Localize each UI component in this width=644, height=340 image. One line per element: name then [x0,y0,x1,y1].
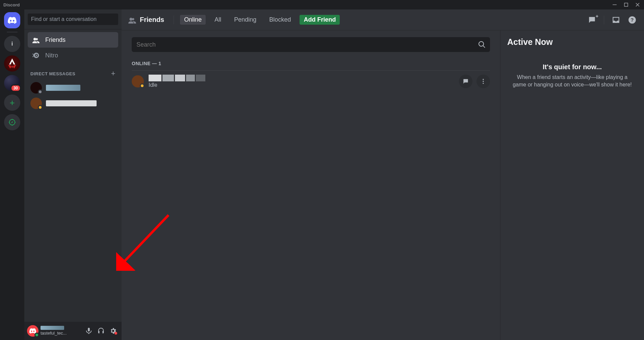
status-offline-icon [38,89,43,94]
nitro-icon [32,51,40,59]
mute-button[interactable] [83,325,95,337]
add-server-button[interactable]: + [4,95,20,111]
main-header: Friends Online All Pending Blocked Add F… [122,9,644,30]
sidebar-item-label: Friends [45,36,66,44]
server-rail: i 30 + [0,9,24,340]
discord-logo-icon [7,16,17,25]
dm-sidebar: Find or start a conversation Friends Nit… [24,9,122,340]
friends-icon [32,36,40,44]
info-icon: i [11,41,13,47]
create-dm-button[interactable]: + [111,69,115,78]
friend-row[interactable]: Idle [132,71,490,93]
more-vertical-icon [480,78,487,85]
window-minimize-button[interactable] [610,1,619,8]
compass-icon [8,119,16,126]
friends-icon [128,16,136,24]
plus-icon: + [9,98,15,108]
main-pane: Friends Online All Pending Blocked Add F… [122,9,644,340]
friends-list-pane: ONLINE — 1 Idle [122,30,500,340]
dm-name-redacted [46,100,97,106]
explore-servers-button[interactable] [4,114,20,130]
active-now-panel: Active Now It's quiet for now... When a … [500,30,644,340]
add-friend-button[interactable]: Add Friend [300,15,340,25]
dm-header-label: DIRECT MESSAGES [30,71,75,76]
dm-name-redacted [46,85,80,91]
tab-online[interactable]: Online [180,15,206,25]
sidebar-item-nitro[interactable]: Nitro [28,48,118,63]
new-group-dm-button[interactable]: + [586,14,598,26]
page-title: Friends [140,16,164,24]
divider [604,16,604,24]
help-icon: ? [628,16,637,24]
notification-dot [114,332,117,335]
message-plus-icon [588,16,596,24]
svg-rect-1 [624,3,628,6]
user-panel: tasteful_tec... [24,322,122,340]
active-now-title: Active Now [507,37,637,47]
inbox-icon [612,16,620,24]
svg-point-9 [483,83,484,84]
search-input[interactable] [132,37,490,52]
dm-item[interactable] [28,96,118,111]
tab-blocked[interactable]: Blocked [265,15,295,25]
dm-section-header: DIRECT MESSAGES + [24,63,122,80]
help-button[interactable]: ? [626,14,638,26]
avatar [132,75,144,87]
active-now-empty-title: It's quiet for now... [507,63,637,71]
guild-separator [7,32,18,32]
inbox-button[interactable] [610,14,622,26]
friend-status: Idle [149,82,454,88]
mention-badge: 30 [10,84,21,92]
sidebar-item-label: Nitro [45,52,58,59]
tab-pending[interactable]: Pending [230,15,260,25]
more-button[interactable] [476,75,490,88]
message-button[interactable] [459,75,472,88]
microphone-icon [85,327,93,335]
search-icon [478,41,486,49]
tab-all[interactable]: All [210,15,225,25]
sidebar-item-friends[interactable]: Friends [28,32,118,48]
server-galaxy[interactable]: 30 [4,75,20,91]
window-maximize-button[interactable] [622,1,630,8]
user-tag: tasteful_tec... [41,331,81,336]
status-idle-icon [38,105,43,110]
find-conversation-button[interactable]: Find or start a conversation [28,14,118,25]
server-apex[interactable] [4,55,20,72]
app-name: Discord [3,2,20,7]
server-info[interactable]: i [4,36,20,52]
user-name-redacted [41,326,64,330]
avatar [30,82,42,94]
user-avatar[interactable] [27,325,38,337]
dm-item[interactable] [28,80,118,96]
list-heading: ONLINE — 1 [132,61,490,66]
svg-point-8 [483,81,484,82]
friend-name-redacted [149,75,454,81]
svg-point-7 [483,79,484,80]
user-info[interactable]: tasteful_tec... [41,326,81,336]
apex-icon [6,57,18,70]
status-online-icon [34,333,39,337]
titlebar: Discord [0,0,644,9]
avatar [30,98,42,109]
svg-text:?: ? [630,17,634,23]
headphones-icon [97,327,105,335]
divider [174,16,174,24]
home-button[interactable] [4,12,20,28]
user-settings-button[interactable] [107,325,119,337]
message-icon [462,78,469,85]
status-idle-icon [140,83,145,88]
window-close-button[interactable] [633,1,642,8]
active-now-empty-body: When a friend starts an activity—like pl… [507,74,637,89]
deafen-button[interactable] [95,325,107,337]
